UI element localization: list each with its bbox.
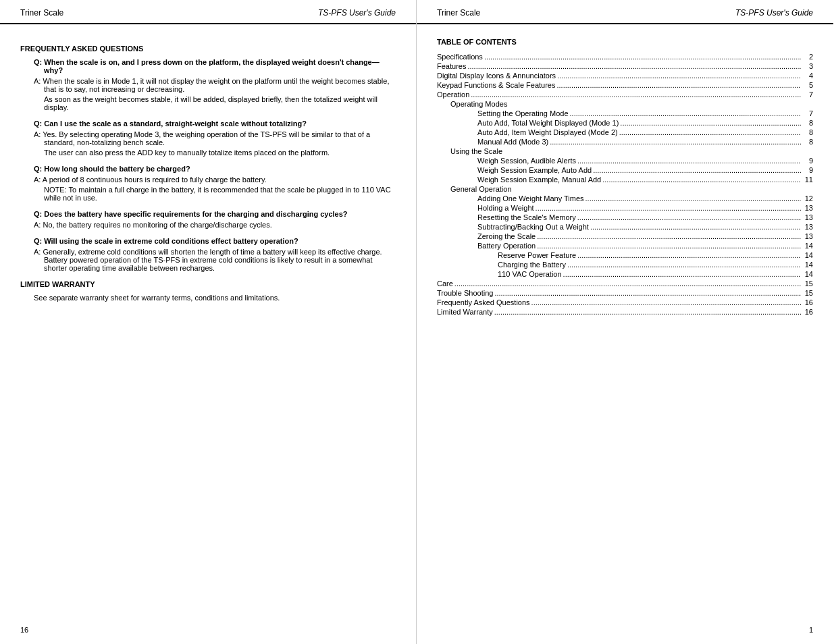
- toc-dots-fill: ........................................…: [550, 138, 801, 146]
- toc-row: Limited Warranty........................…: [437, 308, 813, 316]
- toc-page-number: 12: [802, 194, 813, 203]
- toc-dots-fill: ........................................…: [619, 128, 801, 136]
- toc-page-number: 14: [802, 251, 813, 259]
- warranty-text: See separate warranty sheet for warranty…: [34, 294, 396, 302]
- toc-dots-fill: ........................................…: [537, 242, 801, 250]
- toc-heading: TABLE OF CONTENTS: [437, 38, 813, 46]
- toc-row-label: Digital Display Icons & Annunciators: [437, 72, 556, 80]
- faq-a5-p1: A: Generally, extreme cold conditions wi…: [34, 248, 396, 272]
- toc-row-label: Operation: [437, 90, 469, 99]
- toc-dots-fill: ........................................…: [570, 109, 801, 117]
- toc-row-label: 110 VAC Operation: [498, 270, 562, 278]
- toc-row-label: Operating Modes: [450, 100, 507, 108]
- toc-row-label: Subtracting/Backing Out a Weight: [477, 223, 589, 231]
- toc-page-number: 14: [802, 242, 813, 250]
- toc-row-label: Adding One Weight Many Times: [477, 194, 584, 203]
- toc-row-label: Reserve Power Feature: [498, 251, 576, 259]
- toc-row-label: Weigh Session Example, Manual Add: [477, 176, 601, 184]
- toc-dots-fill: ........................................…: [484, 53, 801, 61]
- faq-item-2: Q: Can I use the scale as a standard, st…: [20, 119, 396, 157]
- toc-row: Keypad Functions & Scale Features.......…: [437, 81, 813, 89]
- left-page-number: 16: [20, 626, 28, 634]
- toc-page-number: 4: [802, 72, 813, 80]
- toc-row: Care....................................…: [437, 279, 813, 288]
- faq-a2-p2: The user can also press the ADD key to m…: [44, 149, 396, 157]
- toc-row-label: Battery Operation: [477, 242, 536, 250]
- faq-a2-p1: A: Yes. By selecting operating Mode 3, t…: [34, 130, 396, 146]
- toc-row-label: Frequently Asked Questions: [437, 298, 530, 306]
- toc-page-number: 14: [802, 261, 813, 269]
- toc-row: Weigh Session Example, Manual Add.......…: [477, 176, 813, 184]
- toc-page-number: 13: [802, 232, 813, 240]
- toc-dots-fill: ........................................…: [537, 232, 801, 240]
- toc-page-number: 9: [802, 157, 813, 165]
- toc-row: Weigh Session, Audible Alerts...........…: [477, 157, 813, 165]
- toc-row: Battery Operation.......................…: [477, 242, 813, 250]
- faq-a1-p2: As soon as the weight becomes stable, it…: [44, 95, 396, 111]
- toc-page-number: 15: [802, 289, 813, 297]
- faq-q2: Q: Can I use the scale as a standard, st…: [34, 119, 396, 128]
- toc-dots-fill: ........................................…: [567, 261, 801, 269]
- toc-row-label: Resetting the Scale's Memory: [477, 213, 576, 221]
- faq-item-5: Q: Will using the scale in extreme cold …: [20, 237, 396, 272]
- toc-row-label: Charging the Battery: [498, 261, 566, 269]
- faq-item-1: Q: When the scale is on, and I press dow…: [20, 58, 396, 111]
- toc-row: Operating Modes: [450, 100, 813, 108]
- toc-dots-fill: ........................................…: [577, 157, 801, 165]
- right-page-number: 1: [809, 626, 813, 634]
- toc-row: Setting the Operating Mode..............…: [477, 109, 813, 117]
- toc-row: Reserve Power Feature...................…: [498, 251, 813, 259]
- toc-dots-fill: ........................................…: [577, 213, 801, 221]
- faq-a4-p1: A: No, the battery requires no monitorin…: [34, 221, 396, 229]
- right-page: Triner Scale TS-PFS User's Guide TABLE O…: [417, 0, 833, 644]
- toc-row: Specifications..........................…: [437, 53, 813, 61]
- toc-row: Weigh Session Example, Auto Add.........…: [477, 166, 813, 174]
- toc-row: Using the Scale: [450, 147, 813, 155]
- toc-row: Auto Add, Total Weight Displayed (Mode 1…: [477, 119, 813, 127]
- toc-page-number: 5: [802, 81, 813, 89]
- toc-row: Digital Display Icons & Annunciators....…: [437, 72, 813, 80]
- toc-row: General Operation: [450, 185, 813, 193]
- toc-dots-fill: ........................................…: [585, 194, 801, 203]
- toc-row-label: Setting the Operating Mode: [477, 109, 569, 117]
- faq-a1-p1: A: When the scale is in Mode 1, it will …: [34, 77, 396, 93]
- toc-row-label: General Operation: [450, 185, 512, 193]
- faq-a3-p2: NOTE: To maintain a full charge in the b…: [44, 186, 396, 202]
- toc-page-number: 15: [802, 279, 813, 288]
- toc-dots-fill: ........................................…: [471, 90, 801, 99]
- toc-row-label: Limited Warranty: [437, 308, 493, 316]
- toc-row: 110 VAC Operation.......................…: [498, 270, 813, 278]
- left-page-header: Triner Scale TS-PFS User's Guide: [0, 0, 416, 24]
- faq-item-4: Q: Does the battery have specific requir…: [20, 210, 396, 229]
- toc-dots-fill: ........................................…: [494, 289, 801, 297]
- toc-row: Adding One Weight Many Times............…: [477, 194, 813, 203]
- left-header-title: TS-PFS User's Guide: [318, 8, 396, 18]
- toc-row-label: Care: [437, 279, 453, 288]
- toc-dots-fill: ........................................…: [593, 166, 801, 174]
- toc-row-label: Auto Add, Item Weight Displayed (Mode 2): [477, 128, 618, 136]
- toc-container: Specifications..........................…: [437, 53, 813, 316]
- faq-a3-p1: A: A period of 8 continuous hours is req…: [34, 176, 396, 184]
- faq-heading: FREQUENTLY ASKED QUESTIONS: [20, 45, 396, 53]
- toc-dots-fill: ........................................…: [577, 251, 801, 259]
- toc-row-label: Specifications: [437, 53, 483, 61]
- toc-row-label: Trouble Shooting: [437, 289, 493, 297]
- toc-row: Subtracting/Backing Out a Weight........…: [477, 223, 813, 231]
- toc-row: Resetting the Scale's Memory............…: [477, 213, 813, 221]
- toc-dots-fill: ........................................…: [536, 204, 801, 212]
- toc-dots-fill: ........................................…: [494, 308, 801, 316]
- toc-row: Features................................…: [437, 62, 813, 70]
- faq-q4: Q: Does the battery have specific requir…: [34, 210, 396, 218]
- faq-q5: Q: Will using the scale in extreme cold …: [34, 237, 396, 245]
- right-page-header: Triner Scale TS-PFS User's Guide: [417, 0, 833, 24]
- toc-dots-fill: ........................................…: [556, 81, 801, 89]
- toc-page-number: 13: [802, 204, 813, 212]
- toc-row-label: Zeroing the Scale: [477, 232, 536, 240]
- toc-page-number: 8: [802, 128, 813, 136]
- toc-page-number: 9: [802, 166, 813, 174]
- toc-page-number: 14: [802, 270, 813, 278]
- right-header-brand: Triner Scale: [437, 8, 480, 18]
- toc-row: Zeroing the Scale.......................…: [477, 232, 813, 240]
- left-header-brand: Triner Scale: [20, 8, 63, 18]
- faq-item-3: Q: How long should the battery be charge…: [20, 165, 396, 202]
